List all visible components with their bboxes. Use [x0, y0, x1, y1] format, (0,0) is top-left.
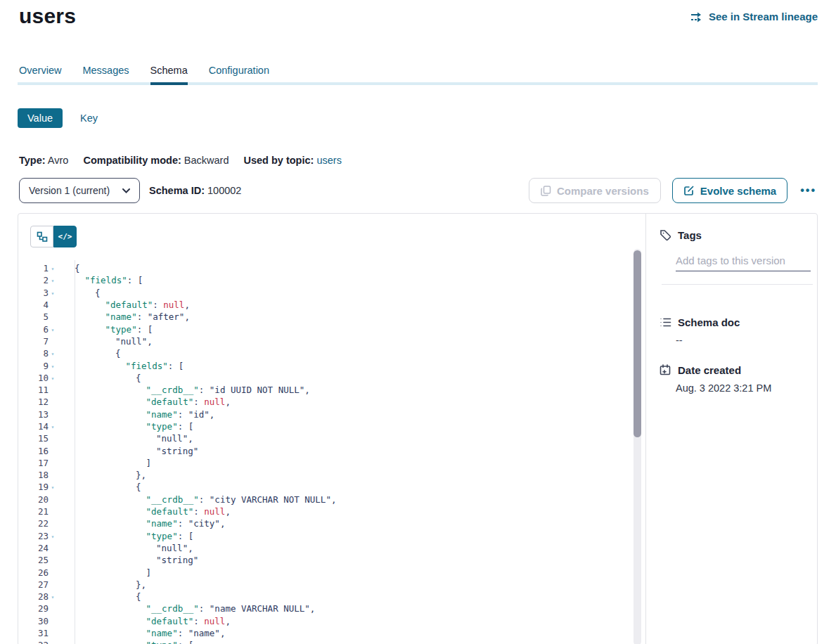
fold-toggle-icon[interactable]: ▾ — [49, 349, 57, 357]
fold-toggle-icon[interactable]: ▾ — [49, 641, 57, 644]
versions-icon — [541, 186, 551, 196]
version-controls: Version 1 (current) Schema ID: 100002 — [19, 178, 241, 203]
code-line: 7"null", — [18, 335, 631, 347]
fold-toggle-icon[interactable]: ▾ — [49, 593, 57, 600]
fold-spacer — [49, 401, 57, 403]
line-number: 30 — [18, 616, 49, 626]
page-title: users — [19, 4, 76, 28]
code-line: 11"__crdb__": "id UUID NOT NULL", — [18, 384, 631, 396]
version-select-value: Version 1 (current) — [29, 185, 110, 196]
tab-schema[interactable]: Schema — [150, 63, 188, 85]
code-text: "null", — [57, 433, 631, 444]
topic-link[interactable]: users — [316, 155, 341, 166]
fold-spacer — [49, 389, 57, 391]
tab-bar: Overview Messages Schema Configuration — [19, 63, 269, 85]
fold-toggle-icon[interactable]: ▾ — [49, 423, 57, 430]
fold-spacer — [49, 572, 57, 573]
tag-icon — [660, 229, 671, 241]
key-toggle-button[interactable]: Key — [80, 112, 98, 124]
version-select[interactable]: Version 1 (current) — [19, 178, 140, 203]
code-line: 21"default": null, — [18, 505, 631, 517]
line-number: 18 — [18, 470, 49, 480]
code-view-button[interactable]: </> — [53, 226, 77, 247]
code-text: "default": null, — [57, 506, 631, 517]
meta-used-by-topic: Used by topic: users — [243, 155, 341, 166]
schema-doc-section-header: Schema doc — [660, 316, 740, 328]
fold-spacer — [49, 475, 57, 476]
fold-toggle-icon[interactable]: ▾ — [49, 374, 57, 382]
fold-spacer — [49, 462, 57, 463]
tab-overview[interactable]: Overview — [19, 63, 61, 85]
editor-scrollbar-thumb[interactable] — [634, 250, 641, 437]
fold-spacer — [49, 438, 57, 439]
more-options-button[interactable]: ••• — [799, 183, 818, 198]
code-line: 12"default": null, — [18, 396, 631, 408]
line-number: 13 — [18, 409, 49, 420]
code-line: 19▾{ — [18, 481, 631, 493]
line-number: 15 — [18, 433, 49, 444]
code-line: 8▾{ — [18, 347, 631, 359]
code-text: "name": "after", — [57, 311, 631, 322]
code-text: "__crdb__": "id UUID NOT NULL", — [57, 385, 631, 395]
code-line: 31"name": "name", — [18, 627, 631, 639]
code-line: 26] — [18, 566, 631, 578]
line-number: 5 — [18, 311, 49, 322]
fold-toggle-icon[interactable]: ▾ — [49, 264, 57, 272]
code-text: "default": null, — [57, 397, 631, 407]
fold-toggle-icon[interactable]: ▾ — [49, 326, 57, 333]
tab-messages[interactable]: Messages — [82, 63, 129, 85]
line-number: 26 — [18, 567, 49, 578]
compare-versions-button[interactable]: Compare versions — [529, 178, 661, 203]
line-number: 24 — [18, 543, 49, 553]
code-line: 10▾{ — [18, 372, 631, 384]
line-number: 23 — [18, 531, 49, 541]
line-number: 7 — [18, 336, 49, 347]
value-key-toggle: Value Key — [18, 108, 98, 128]
fold-toggle-icon[interactable]: ▾ — [49, 532, 57, 540]
code-line: 13"name": "id", — [18, 408, 631, 420]
sidebar-divider — [662, 284, 813, 285]
tab-configuration[interactable]: Configuration — [209, 63, 269, 85]
evolve-schema-button[interactable]: Evolve schema — [672, 178, 787, 203]
stream-lineage-link[interactable]: See in Stream lineage — [690, 11, 818, 22]
fold-toggle-icon[interactable]: ▾ — [49, 362, 57, 370]
code-text: "name": "name", — [57, 628, 631, 638]
code-line: 14▾"type": [ — [18, 420, 631, 432]
code-text: { — [57, 482, 631, 492]
fold-spacer — [49, 560, 57, 561]
tree-view-button[interactable] — [30, 226, 53, 247]
fold-spacer — [49, 304, 57, 306]
line-number: 25 — [18, 555, 49, 565]
editor-view-toggle: </> — [30, 226, 77, 247]
line-number: 16 — [18, 446, 49, 456]
line-number: 8 — [18, 348, 49, 359]
code-text: ] — [57, 458, 631, 468]
fold-spacer — [49, 620, 57, 622]
line-number: 14 — [18, 421, 49, 432]
tree-view-icon — [37, 231, 48, 243]
tags-input[interactable] — [676, 252, 811, 271]
value-toggle-button[interactable]: Value — [18, 108, 63, 128]
fold-toggle-icon[interactable]: ▾ — [49, 483, 57, 491]
fold-toggle-icon[interactable]: ▾ — [49, 276, 57, 284]
line-number: 29 — [18, 603, 49, 614]
code-line: 20"__crdb__": "city VARCHAR NOT NULL", — [18, 494, 631, 505]
editor-scrollbar[interactable] — [634, 249, 641, 644]
schema-doc-title: Schema doc — [678, 316, 740, 328]
fold-spacer — [49, 511, 57, 513]
schema-sidebar: Tags Schema doc -- Dat — [646, 214, 817, 644]
schema-doc-value: -- — [676, 335, 683, 346]
line-number: 21 — [18, 506, 49, 517]
fold-spacer — [49, 316, 57, 318]
code-text: "null", — [57, 543, 631, 553]
fold-toggle-icon[interactable]: ▾ — [49, 289, 57, 297]
code-line: 22"name": "city", — [18, 517, 631, 529]
line-number: 2 — [18, 275, 49, 285]
tags-title: Tags — [678, 229, 702, 241]
code-text: { — [57, 591, 631, 602]
fold-spacer — [49, 547, 57, 548]
line-number: 11 — [18, 385, 49, 395]
line-number: 6 — [18, 324, 49, 335]
code-text: { — [57, 263, 631, 273]
code-line: 5"name": "after", — [18, 311, 631, 323]
